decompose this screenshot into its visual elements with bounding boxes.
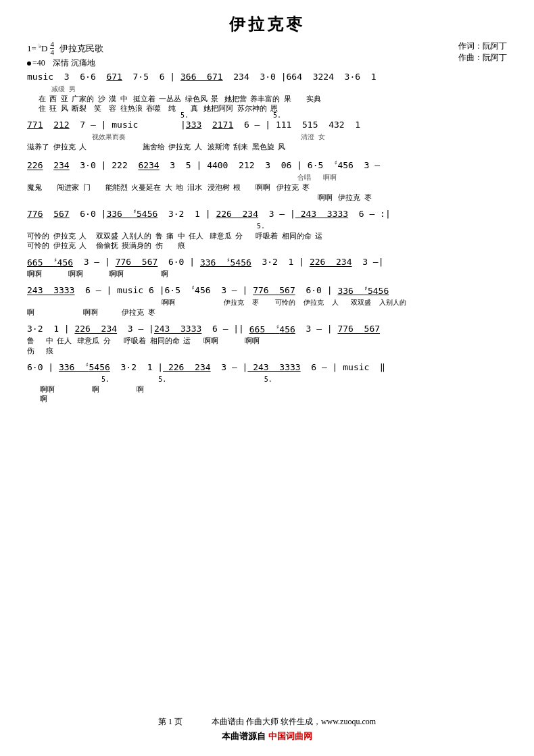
notation-2b: 视效果而奏 清澄 女: [27, 132, 507, 142]
notation-6b: 啊啊 伊拉克 枣 可怜的 伊拉克 人 双双盛 入别人的: [27, 297, 507, 307]
lyrics-3b: 啊啊 伊拉克 枣: [27, 193, 507, 202]
music-row-1: music 3 6·6 671 7·5 6 | 366 671 234 3·0 …: [27, 70, 507, 113]
page-number-line: 第 1 页 本曲谱由 作曲大师 软件生成，www.zuoqu.com: [0, 716, 534, 728]
lyrics-7a: 鲁 中 任人 肆意瓜 分 呼吸着 相同的命 运 啊啊 啊啊: [27, 336, 507, 345]
tempo-dot-icon: [27, 61, 31, 66]
author-label: 作词：阮阿丁: [458, 41, 507, 52]
brand-line: 本曲谱源自 中国词曲网: [0, 730, 534, 742]
music-row-3: 226 234 3·0 | 222 6234 3 5 | 4400 212 3 …: [27, 159, 507, 201]
notation-8b: 5. 5. 5.: [27, 374, 507, 384]
lyrics-8a: 啊啊 啊 啊: [27, 384, 507, 394]
meta-left: 1= ♭D 44 伊拉克民歌 =40 深情 沉痛地: [27, 41, 103, 69]
tempo-value: =40: [32, 58, 45, 68]
lyrics-3a: 魔鬼 闯进家 门 能能烈 火蔓延在 大 地 泪水 浸泡树 根 啊啊 伊拉克 枣: [27, 182, 507, 192]
music-row-6: 243 3333 6 — | music 6 |6·5 ♯456 3 — | 7…: [27, 284, 507, 317]
page-title: 伊拉克枣: [27, 14, 507, 35]
lyrics-7b: 伤 痕: [27, 346, 507, 355]
notation-1: music 3 6·6 671 7·5 6 | 366 671 234 3·0 …: [27, 70, 507, 84]
key-signature-line: 1= ♭D 44 伊拉克民歌: [27, 41, 103, 56]
brand-prefix: 本曲谱源自: [222, 731, 266, 741]
music-content: music 3 6·6 671 7·5 6 | 366 671 234 3·0 …: [27, 70, 507, 403]
notation-1b: 减缓 男: [27, 84, 507, 94]
notation-4b: 5.: [27, 221, 507, 231]
lyrics-8b: 啊: [27, 394, 507, 403]
genre-label: 伊拉克民歌: [59, 43, 103, 55]
time-sig: 44: [50, 41, 54, 56]
notation-6: 243 3333 6 — | music 6 |6·5 ♯456 3 — | 7…: [27, 284, 507, 297]
music-row-2: 771 212 7 — | music |5.333 2171 6 — |5. …: [27, 118, 507, 153]
expression-mark: 深情 沉痛地: [53, 58, 95, 68]
lyrics-6a: 啊 啊啊 伊拉克 枣: [27, 307, 507, 317]
meta-right: 作词：阮阿丁 作曲：阮阿丁: [458, 41, 507, 64]
music-row-5: 665 ♯456 3 — | 776 567 6·0 | 336 ♯5456 3…: [27, 255, 507, 278]
notation-2: 771 212 7 — | music |5.333 2171 6 — |5. …: [27, 118, 507, 132]
meta-section: 1= ♭D 44 伊拉克民歌 =40 深情 沉痛地 作词：阮阿丁 作曲：阮阿丁: [27, 41, 507, 69]
notation-5: 665 ♯456 3 — | 776 567 6·0 | 336 ♯5456 3…: [27, 255, 507, 269]
lyrics-1b: 住 狂 风 断裂 笑 容 往热浪 吞噬 纯 真 她把阿阿 苏尔神的 恩: [27, 103, 507, 113]
page: 伊拉克枣 1= ♭D 44 伊拉克民歌 =40 深情 沉痛地 作词：阮阿丁 作曲…: [0, 0, 534, 756]
brand-name: 中国词曲网: [268, 731, 312, 741]
notation-4: 776 567 6·0 |336 ♯5456 3·2 1 | 226 234 3…: [27, 207, 507, 221]
key-label: 1= ♭D: [27, 43, 47, 54]
lyrics-2a: 滋养了 伊拉克 人 施舍给 伊拉克 人 波斯湾 刮来 黑色旋 风: [27, 142, 507, 151]
music-row-7: 3·2 1 | 226 234 3 — |243 3333 6 — || 665…: [27, 322, 507, 355]
lyrics-4b: 可怜的 伊拉克 人 偷偷抚 摸满身的 伤 痕: [27, 241, 507, 250]
notation-8: 6·0 | 336 ♯5456 3·2 1 | 226 234 3 — | 24…: [27, 361, 507, 374]
lyrics-1a: 在 西 亚 广家的 沙 漠 中 挺立着 一丛丛 绿色风 景 她把营 养丰富的 果…: [27, 94, 507, 103]
lyrics-4a: 可怜的 伊拉克 人 双双盛 入别人的 鲁 痛 中 任人 肆意瓜 分 呼吸着 相同…: [27, 231, 507, 241]
page-number: 第 1 页: [158, 717, 183, 726]
credit-text: 本曲谱由 作曲大师 软件生成，www.zuoqu.com: [212, 717, 376, 726]
lyrics-5a: 啊啊 啊啊 啊啊 啊: [27, 269, 507, 278]
notation-3b: 合唱 啊啊: [27, 172, 507, 182]
composer-label: 作曲：阮阿丁: [458, 52, 507, 64]
notation-7: 3·2 1 | 226 234 3 — |243 3333 6 — || 665…: [27, 322, 507, 336]
notation-3: 226 234 3·0 | 222 6234 3 5 | 4400 212 3 …: [27, 159, 507, 172]
music-row-4: 776 567 6·0 |336 ♯5456 3·2 1 | 226 234 3…: [27, 207, 507, 250]
tempo-line: =40 深情 沉痛地: [27, 57, 103, 69]
music-row-8: 6·0 | 336 ♯5456 3·2 1 | 226 234 3 — | 24…: [27, 361, 507, 403]
footer: 第 1 页 本曲谱由 作曲大师 软件生成，www.zuoqu.com 本曲谱源自…: [0, 716, 534, 742]
